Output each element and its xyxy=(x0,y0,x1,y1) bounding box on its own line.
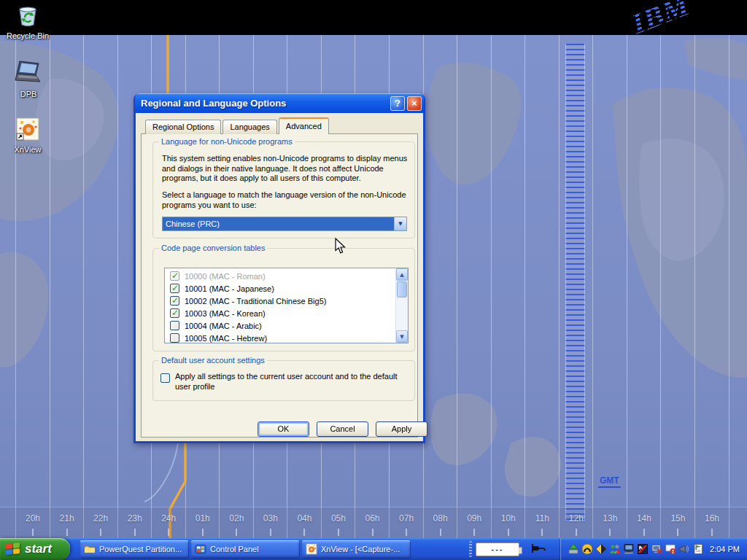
description-line: This system setting enables non-Unicode … xyxy=(162,154,407,164)
xnview-icon xyxy=(15,117,40,143)
checkbox-icon[interactable] xyxy=(170,321,179,330)
dialer-icon[interactable] xyxy=(581,543,593,556)
removable-device-icon[interactable] xyxy=(567,543,579,556)
tab-languages[interactable]: Languages xyxy=(222,120,276,134)
timezone-label: 10h xyxy=(494,513,523,524)
code-page-label: 10003 (MAC - Korean) xyxy=(185,309,266,318)
laptop-icon xyxy=(12,60,44,88)
volume-icon[interactable] xyxy=(678,543,690,556)
language-combobox[interactable]: Chinese (PRC) xyxy=(162,217,407,231)
group-code-page-tables: Code page conversion tables 10000 (MAC -… xyxy=(152,248,415,351)
tab-page-advanced: Language for non-Unicode programs This s… xyxy=(141,133,418,438)
timezone-label: 02h xyxy=(222,513,251,524)
desktop-icon-label: XnView xyxy=(0,145,55,154)
group-language-non-unicode: Language for non-Unicode programs This s… xyxy=(152,141,415,238)
scheduler-icon[interactable] xyxy=(692,543,704,556)
timezone-label: 21h xyxy=(53,513,82,524)
checkbox-icon[interactable] xyxy=(170,308,179,318)
timezone-label: 01h xyxy=(188,513,217,524)
scroll-up-icon[interactable]: ▲ xyxy=(396,268,408,281)
defrag-icon[interactable] xyxy=(595,543,607,556)
timezone-label: 03h xyxy=(256,513,285,524)
scrollbar-track[interactable] xyxy=(396,298,408,330)
start-label: start xyxy=(25,542,52,556)
folder-icon xyxy=(84,543,96,555)
checkbox-icon[interactable] xyxy=(170,333,179,343)
desktop-icon-label: DPB xyxy=(1,90,56,98)
timezone-label: 05h xyxy=(324,513,353,524)
code-page-row[interactable]: 10004 (MAC - Arabic) xyxy=(165,319,395,332)
scrollbar-thumb[interactable] xyxy=(397,281,407,298)
mouse-cursor xyxy=(335,238,348,257)
taskbar-button-label: XnView - [<Capture-... xyxy=(321,545,400,553)
checkbox-label: Apply all settings to the current user a… xyxy=(175,372,398,392)
code-page-label: 10000 (MAC - Roman) xyxy=(185,272,266,281)
code-page-row[interactable]: 10002 (MAC - Traditional Chinese Big5) xyxy=(165,295,395,307)
desktop-icon-recycle-bin[interactable]: Recycle Bin xyxy=(0,3,55,40)
antivirus-disabled-icon[interactable] xyxy=(636,543,649,556)
code-page-listbox: 10000 (MAC - Roman) 10001 (MAC - Japanes… xyxy=(164,268,409,343)
desktop-icon-xnview[interactable]: XnView xyxy=(0,117,55,154)
timezone-label: 14h xyxy=(630,513,659,524)
messenger-alert-icon[interactable] xyxy=(664,543,676,556)
network-computer-icon[interactable] xyxy=(622,543,635,556)
scroll-down-icon[interactable]: ▼ xyxy=(396,330,408,343)
taskbar-button-xnview[interactable]: XnView - [<Capture-... xyxy=(302,540,410,558)
description-line: programs, but it does apply to all users… xyxy=(162,174,407,184)
help-button[interactable]: ? xyxy=(390,96,405,111)
instruction-line: Select a language to match the language … xyxy=(162,190,406,201)
description-line: and dialogs in their native language. It… xyxy=(162,164,407,174)
cancel-button[interactable]: Cancel xyxy=(317,421,368,437)
taskbar-button-powerquest[interactable]: PowerQuest Partition... xyxy=(80,540,188,558)
vertical-scrollbar[interactable]: ▲ ▼ xyxy=(395,268,408,343)
timezone-label: 16h xyxy=(697,513,727,524)
offline-users-icon[interactable] xyxy=(608,543,621,556)
close-button[interactable]: × xyxy=(407,96,422,111)
group-label: Language for non-Unicode programs xyxy=(159,137,295,146)
battery-status-text: --- xyxy=(492,545,504,553)
recycle-bin-icon xyxy=(15,3,40,29)
checkbox-icon[interactable] xyxy=(170,296,179,306)
checkbox-icon[interactable] xyxy=(170,284,179,293)
group-label: Default user account settings xyxy=(159,356,267,365)
code-page-label: 10001 (MAC - Japanese) xyxy=(185,284,274,293)
code-page-row[interactable]: 10000 (MAC - Roman) xyxy=(165,270,395,282)
system-tray: 2:04 PM xyxy=(560,538,747,560)
timezone-label: 07h xyxy=(392,513,421,524)
taskbar-button-control-panel[interactable]: Control Panel xyxy=(191,540,299,558)
code-page-row[interactable]: 10005 (MAC - Hebrew) xyxy=(165,332,395,343)
toolbar-grip[interactable] xyxy=(469,541,472,557)
desktop-icon-dpb[interactable]: DPB xyxy=(1,60,56,98)
timezone-label: 13h xyxy=(595,513,624,524)
gmt-label: GMT xyxy=(598,475,621,488)
code-page-row[interactable]: 10001 (MAC - Japanese) xyxy=(165,282,395,295)
apply-all-settings-checkbox-row[interactable]: Apply all settings to the current user a… xyxy=(160,372,398,392)
ok-button[interactable]: OK xyxy=(258,421,309,437)
code-page-row[interactable]: 10003 (MAC - Korean) xyxy=(165,307,395,319)
desktop-icon-label: Recycle Bin xyxy=(0,31,55,40)
dialog-button-row: OK Cancel Apply xyxy=(142,421,417,438)
tab-advanced[interactable]: Advanced xyxy=(279,117,329,134)
taskbar-button-label: Control Panel xyxy=(210,545,259,553)
timezone-label: 20h xyxy=(18,513,47,524)
tab-regional-options[interactable]: Regional Options xyxy=(145,120,221,134)
timezone-label: 22h xyxy=(86,513,115,524)
timezone-band: 20h 21h 22h 23h 24h 01h 02h 03h 04h 05h … xyxy=(0,507,747,538)
regional-language-options-dialog: Regional and Language Options ? × Region… xyxy=(133,93,425,443)
network-error-icon[interactable] xyxy=(650,543,662,556)
chevron-down-icon[interactable] xyxy=(394,217,406,230)
dialog-body: Regional Options Languages Advanced Lang… xyxy=(133,113,425,443)
timezone-label: 06h xyxy=(358,513,387,524)
taskbar-clock: 2:04 PM xyxy=(710,545,740,553)
battery-meter[interactable]: --- xyxy=(476,542,519,556)
timezone-label: 23h xyxy=(120,513,150,524)
tab-strip: Regional Options Languages Advanced xyxy=(145,120,418,134)
start-button[interactable]: start xyxy=(0,538,70,560)
timezone-label: 24h xyxy=(154,513,183,524)
checkbox-icon[interactable] xyxy=(160,373,170,383)
group-default-user-settings: Default user account settings Apply all … xyxy=(152,360,415,401)
windows-flag-icon xyxy=(6,542,20,556)
apply-button[interactable]: Apply xyxy=(376,421,427,437)
dialog-titlebar[interactable]: Regional and Language Options ? × xyxy=(133,93,425,113)
checkbox-icon[interactable] xyxy=(170,271,179,281)
